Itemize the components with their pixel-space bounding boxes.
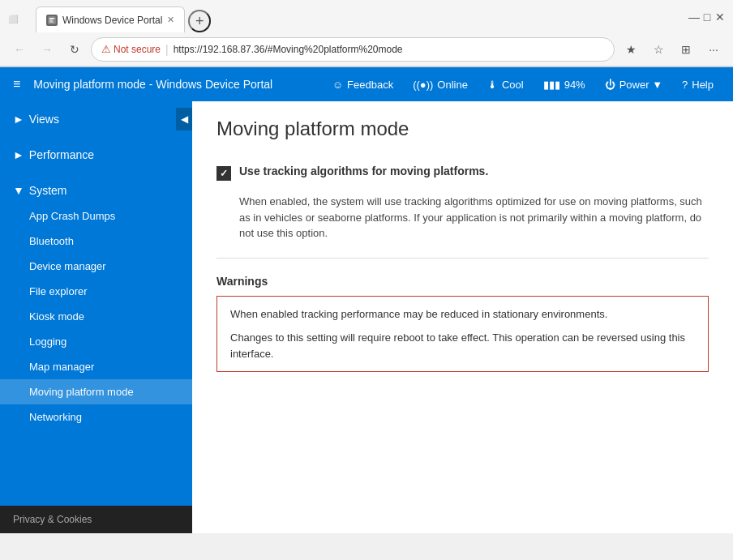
sidebar-group-views[interactable]: ► Views — [0, 106, 192, 132]
views-group-label: Views — [29, 113, 59, 126]
online-icon: ((●)) — [413, 79, 433, 91]
system-arrow-icon: ▼ — [13, 184, 24, 197]
url-separator: | — [165, 43, 169, 56]
help-label: Help — [692, 79, 714, 91]
sidebar-item-app-crash-dumps[interactable]: App Crash Dumps — [0, 203, 192, 229]
privacy-cookies-label: Privacy & Cookies — [13, 514, 92, 525]
security-indicator: ⚠ Not secure — [101, 43, 161, 55]
nav-section-performance: ► Performance — [0, 137, 192, 173]
warning-line-1: When enabled tracking performance may be… — [230, 306, 695, 323]
sidebar-collapse-button[interactable]: ◀ — [176, 108, 192, 130]
feedback-label: Feedback — [347, 79, 393, 91]
maximize-button[interactable]: □ — [702, 12, 712, 22]
tracking-option-label: Use tracking algorithms for moving platf… — [239, 165, 488, 177]
tab-favicon-icon — [46, 15, 58, 26]
forward-button[interactable]: → — [36, 38, 58, 61]
favorites-icon[interactable]: ★ — [619, 38, 642, 61]
url-display: https://192.168.87.36/#Moving%20platform… — [174, 44, 403, 55]
new-tab-button[interactable]: + — [188, 10, 211, 32]
app-title: Moving platform mode - Windows Device Po… — [33, 78, 322, 91]
temperature-icon: 🌡 — [487, 79, 498, 91]
sidebar-item-device-manager[interactable]: Device manager — [0, 254, 192, 279]
sidebar-group-system[interactable]: ▼ System — [0, 177, 192, 203]
section-divider — [216, 258, 709, 259]
browser-chrome: ⬜ Windows Device Portal ✕ + — □ ✕ ← → ↻ … — [0, 0, 733, 67]
battery-label: 94% — [564, 79, 585, 91]
sidebar-footer[interactable]: Privacy & Cookies — [0, 506, 192, 533]
power-label: Power ▼ — [619, 79, 662, 91]
sidebar-toggle-icon[interactable]: ⬜ — [8, 14, 18, 24]
power-menu-item[interactable]: ⏻ Power ▼ — [595, 74, 672, 96]
cool-menu-item[interactable]: 🌡 Cool — [478, 74, 534, 96]
feedback-menu-item[interactable]: ☺ Feedback — [323, 74, 403, 96]
sidebar-item-map-manager[interactable]: Map manager — [0, 354, 192, 379]
app-menubar: ≡ Moving platform mode - Windows Device … — [0, 67, 733, 101]
sidebar-scroll: ► Views ► Performance ▼ System App Crash… — [0, 101, 192, 506]
title-bar: ⬜ Windows Device Portal ✕ + — □ ✕ — [0, 0, 733, 32]
settings-icon[interactable]: ··· — [702, 38, 725, 61]
battery-menu-item[interactable]: ▮▮▮ 94% — [534, 74, 595, 96]
warnings-title: Warnings — [216, 275, 709, 288]
checkbox-wrapper: ✓ — [216, 166, 231, 181]
sidebar-item-kiosk-mode[interactable]: Kiosk mode — [0, 304, 192, 329]
warning-line-2: Changes to this setting will require reb… — [230, 330, 695, 361]
tab-bar: Windows Device Portal ✕ + — [28, 5, 219, 32]
sidebar-item-networking[interactable]: Networking — [0, 404, 192, 430]
window-controls: ⬜ — [8, 14, 18, 24]
nav-bar: ← → ↻ ⚠ Not secure | https://192.168.87.… — [0, 32, 733, 66]
minimize-button[interactable]: — — [689, 12, 699, 22]
battery-icon: ▮▮▮ — [543, 79, 560, 91]
sidebar-group-performance[interactable]: ► Performance — [0, 142, 192, 168]
sidebar-item-bluetooth[interactable]: Bluetooth — [0, 229, 192, 254]
performance-arrow-icon: ► — [13, 148, 24, 161]
not-secure-label: Not secure — [114, 44, 161, 55]
help-menu-item[interactable]: ? Help — [672, 74, 723, 96]
content-scroll: Moving platform mode ✓ Use tracking algo… — [192, 101, 733, 533]
help-icon: ? — [682, 79, 688, 91]
sidebar-item-file-explorer[interactable]: File explorer — [0, 279, 192, 304]
feedback-icon: ☺ — [332, 79, 343, 91]
page-title: Moving platform mode — [216, 118, 709, 148]
cool-label: Cool — [502, 79, 524, 91]
close-button[interactable]: ✕ — [715, 12, 725, 22]
tracking-checkbox[interactable]: ✓ — [216, 166, 231, 181]
checkmark-icon: ✓ — [220, 168, 228, 179]
refresh-button[interactable]: ↻ — [63, 38, 86, 61]
views-arrow-icon: ► — [13, 113, 24, 126]
online-label: Online — [437, 79, 468, 91]
nav-section-system: ▼ System App Crash Dumps Bluetooth Devic… — [0, 173, 192, 434]
apps-icon[interactable]: ⊞ — [675, 38, 697, 61]
performance-group-label: Performance — [29, 148, 94, 161]
browser-tab[interactable]: Windows Device Portal ✕ — [36, 6, 185, 32]
system-group-label: System — [29, 184, 67, 197]
hamburger-menu-icon[interactable]: ≡ — [10, 74, 24, 95]
main-layout: ◀ ► Views ► Performance ▼ System App C — [0, 101, 733, 533]
warning-box: When enabled tracking performance may be… — [216, 296, 709, 373]
sidebar: ◀ ► Views ► Performance ▼ System App C — [0, 101, 192, 533]
collections-icon[interactable]: ☆ — [647, 38, 670, 61]
svg-rect-2 — [49, 19, 53, 20]
power-icon: ⏻ — [605, 79, 615, 91]
tracking-option-row: ✓ Use tracking algorithms for moving pla… — [216, 165, 709, 181]
address-bar[interactable]: ⚠ Not secure | https://192.168.87.36/#Mo… — [91, 37, 615, 62]
tab-title: Windows Device Portal — [62, 15, 162, 26]
back-button[interactable]: ← — [8, 38, 31, 61]
tracking-description: When enabled, the system will use tracki… — [239, 194, 709, 242]
nav-section-views: ► Views — [0, 101, 192, 137]
warning-icon: ⚠ — [101, 43, 111, 55]
svg-rect-1 — [49, 18, 54, 19]
content-area: Moving platform mode ✓ Use tracking algo… — [192, 101, 733, 533]
tab-close-icon[interactable]: ✕ — [167, 15, 174, 25]
svg-rect-3 — [49, 21, 54, 22]
warnings-section: Warnings When enabled tracking performan… — [216, 275, 709, 373]
sidebar-item-logging[interactable]: Logging — [0, 329, 192, 354]
online-menu-item[interactable]: ((●)) Online — [403, 74, 478, 96]
sidebar-item-moving-platform-mode[interactable]: Moving platform mode — [0, 379, 192, 404]
